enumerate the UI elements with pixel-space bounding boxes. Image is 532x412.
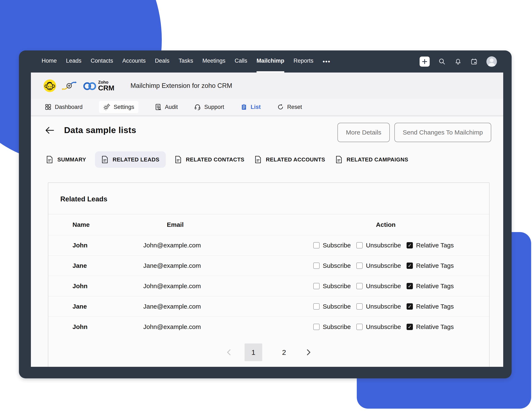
document-icon (46, 155, 53, 163)
lead-name: John (48, 323, 143, 330)
search-icon (438, 58, 446, 65)
extension-subnav: Dashboard Settings Audit Support List (31, 99, 503, 116)
lead-actions: Subscribe Unsubscribe Relative Tags (313, 323, 490, 330)
relative-tags-checkbox[interactable] (407, 242, 413, 249)
subnav-item-settings[interactable]: Settings (99, 101, 138, 113)
table-row: John John@example.com Subscribe Unsubscr… (48, 316, 489, 337)
subscribe-option[interactable]: Subscribe (313, 303, 351, 310)
search-button[interactable] (438, 58, 446, 65)
unsubscribe-option[interactable]: Unsubscribe (356, 323, 401, 330)
tab-label: RELATED CAMPAIGNS (347, 156, 408, 163)
lead-name: John (48, 242, 143, 249)
unsubscribe-checkbox[interactable] (356, 283, 363, 289)
nav-item-tasks[interactable]: Tasks (179, 50, 193, 73)
option-label: Unsubscribe (366, 262, 401, 269)
app-window: Home Leads Contacts Accounts Deals Tasks… (19, 50, 512, 378)
unsubscribe-option[interactable]: Unsubscribe (356, 262, 401, 269)
send-changes-button[interactable]: Send Changes To Mailchimp (394, 123, 491, 142)
unsubscribe-checkbox[interactable] (356, 263, 363, 269)
table-row: John John@example.com Subscribe Unsubscr… (48, 276, 489, 296)
relative-tags-checkbox[interactable] (407, 283, 413, 289)
unsubscribe-checkbox[interactable] (356, 242, 363, 249)
next-page-button[interactable] (306, 349, 311, 356)
lead-actions: Subscribe Unsubscribe Relative Tags (313, 262, 490, 269)
relative-tags-checkbox[interactable] (407, 263, 413, 269)
subscribe-checkbox[interactable] (313, 242, 320, 249)
mailchimp-logo (43, 79, 57, 93)
notifications-button[interactable] (455, 58, 462, 65)
subnav-item-reset[interactable]: Reset (277, 104, 302, 110)
subnav-item-dashboard[interactable]: Dashboard (45, 104, 83, 110)
nav-item-leads[interactable]: Leads (66, 50, 82, 73)
option-label: Relative Tags (416, 262, 454, 269)
nav-item-mailchimp[interactable]: Mailchimp (256, 50, 284, 73)
subscribe-checkbox[interactable] (313, 263, 320, 269)
nav-item-calls[interactable]: Calls (235, 50, 247, 73)
subscribe-option[interactable]: Subscribe (313, 323, 351, 330)
tab-related-accounts[interactable]: RELATED ACCOUNTS (253, 151, 326, 168)
tab-related-leads[interactable]: RELATED LEADS (95, 151, 166, 168)
tab-related-contacts[interactable]: RELATED CONTACTS (173, 151, 246, 168)
nav-item-reports[interactable]: Reports (294, 50, 314, 73)
option-label: Subscribe (323, 242, 351, 249)
calendar-button[interactable] (470, 58, 478, 65)
subscribe-option[interactable]: Subscribe (313, 283, 351, 290)
tab-summary[interactable]: SUMMARY (45, 151, 87, 168)
nav-item-meetings[interactable]: Meetings (202, 50, 226, 73)
subnav-item-support[interactable]: Support (194, 104, 224, 110)
table-row: Jane Jane@example.com Subscribe Unsubscr… (48, 255, 489, 276)
related-tabs: SUMMARY RELATED LEADS RELATED CONTACTS R… (45, 151, 409, 168)
relative-tags-option[interactable]: Relative Tags (407, 283, 454, 290)
more-details-button[interactable]: More Details (337, 123, 390, 142)
subscribe-option[interactable]: Subscribe (313, 242, 351, 249)
relative-tags-checkbox[interactable] (407, 303, 413, 310)
nav-item-contacts[interactable]: Contacts (91, 50, 113, 73)
unsubscribe-option[interactable]: Unsubscribe (356, 242, 401, 249)
subscribe-option[interactable]: Subscribe (313, 262, 351, 269)
nav-more-button[interactable]: ••• (323, 50, 331, 73)
unsubscribe-option[interactable]: Unsubscribe (356, 303, 401, 310)
option-label: Unsubscribe (366, 283, 401, 290)
tab-related-campaigns[interactable]: RELATED CAMPAIGNS (334, 151, 410, 168)
nav-item-deals[interactable]: Deals (155, 50, 169, 73)
page-number-1[interactable]: 1 (245, 344, 262, 361)
unsubscribe-checkbox[interactable] (356, 303, 363, 310)
relative-tags-option[interactable]: Relative Tags (407, 242, 454, 249)
page-number-2[interactable]: 2 (275, 344, 293, 361)
lead-name: John (48, 283, 143, 290)
nav-item-home[interactable]: Home (42, 50, 57, 73)
option-label: Relative Tags (416, 303, 454, 310)
dashboard-icon (45, 104, 51, 110)
subscribe-checkbox[interactable] (313, 324, 320, 330)
plus-icon (422, 59, 428, 65)
subnav-label: Audit (165, 104, 178, 110)
relative-tags-option[interactable]: Relative Tags (407, 323, 454, 330)
settings-gears-icon (103, 103, 110, 111)
option-label: Subscribe (323, 283, 351, 290)
lead-actions: Subscribe Unsubscribe Relative Tags (313, 283, 490, 290)
unsubscribe-option[interactable]: Unsubscribe (356, 283, 401, 290)
relative-tags-checkbox[interactable] (407, 324, 413, 330)
option-label: Subscribe (323, 303, 351, 310)
user-avatar[interactable] (486, 56, 497, 67)
person-icon (486, 56, 497, 67)
subscribe-checkbox[interactable] (313, 283, 320, 289)
option-label: Unsubscribe (366, 242, 401, 249)
support-headset-icon (194, 104, 201, 110)
nav-item-accounts[interactable]: Accounts (122, 50, 146, 73)
top-nav-items: Home Leads Contacts Accounts Deals Tasks… (42, 50, 331, 73)
document-icon (255, 155, 262, 163)
subscribe-checkbox[interactable] (313, 303, 320, 310)
back-button[interactable] (45, 126, 54, 134)
add-record-button[interactable] (420, 57, 430, 67)
subnav-item-list[interactable]: List (241, 104, 261, 110)
previous-page-button[interactable] (226, 349, 232, 356)
relative-tags-option[interactable]: Relative Tags (407, 262, 454, 269)
subnav-label: Support (204, 104, 224, 110)
calendar-icon (470, 58, 478, 65)
unsubscribe-checkbox[interactable] (356, 324, 363, 330)
crm-text: CRM (98, 84, 114, 92)
option-label: Subscribe (323, 262, 351, 269)
relative-tags-option[interactable]: Relative Tags (407, 303, 454, 310)
subnav-item-audit[interactable]: Audit (155, 104, 178, 110)
